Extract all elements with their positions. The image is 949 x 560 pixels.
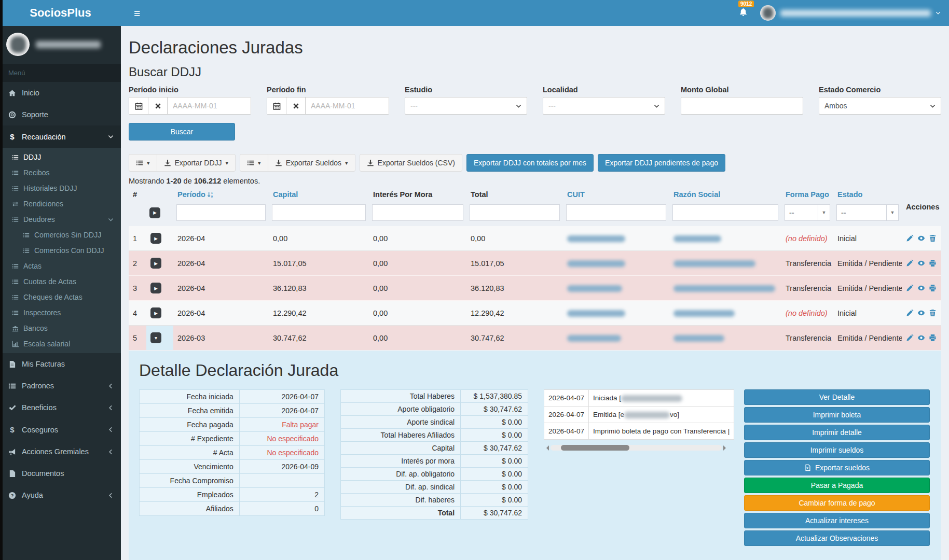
filter-cuit-input[interactable]	[566, 204, 666, 221]
sidebar-item-acciones-gremiales[interactable]: Acciones Gremiales	[0, 441, 121, 463]
calendar-icon-button[interactable]	[267, 97, 286, 114]
expand-row-button[interactable]: ▶	[150, 258, 161, 269]
detail-label: Fecha Compromiso	[140, 474, 240, 488]
exportar-sueldos-csv-button[interactable]: Exportar Sueldos (CSV)	[360, 154, 462, 172]
sidebar-item-beneficios[interactable]: Beneficios	[0, 397, 121, 418]
edit-icon[interactable]	[906, 234, 914, 242]
sidebar-item-documentos[interactable]: Documentos	[0, 463, 121, 484]
sidebar-item-padrones[interactable]: Padrones	[0, 375, 121, 397]
edit-icon[interactable]	[906, 284, 914, 292]
cambiar-forma-pago-button[interactable]: Cambiar forma de pago	[744, 495, 930, 511]
user-menu[interactable]	[760, 5, 941, 21]
sidebar-item-inicio[interactable]: Inicio	[0, 82, 121, 104]
imprimir-sueldos-button[interactable]: Imprimir sueldos	[744, 442, 930, 458]
exportar-pendientes-button[interactable]: Exportar DDJJ pendientes de pago	[598, 154, 725, 172]
exportar-sueldos-detalle-button[interactable]: Exportar sueldos	[744, 460, 930, 475]
view-icon[interactable]	[917, 234, 925, 242]
expand-row-button[interactable]: ▶	[150, 307, 161, 318]
sidebar-item-historiales-ddjj[interactable]: Historiales DDJJ	[0, 180, 121, 196]
calendar-icon-button[interactable]	[129, 97, 148, 114]
view-icon[interactable]	[917, 334, 925, 342]
actualizar-intereses-button[interactable]: Actualizar intereses	[744, 513, 930, 528]
sidebar-item-cheques-de-actas[interactable]: Cheques de Actas	[0, 289, 121, 305]
notifications-button[interactable]: 9012	[737, 5, 750, 21]
sidebar-item-mis-facturas[interactable]: Mis Facturas	[0, 353, 121, 375]
exportar-totales-mes-button[interactable]: Exportar DDJJ con totales por mes	[466, 154, 594, 172]
edit-icon[interactable]	[906, 309, 914, 317]
delete-icon[interactable]	[929, 234, 937, 242]
ver-detalle-button[interactable]: Ver Detalle	[744, 389, 930, 405]
imprimir-detalle-button[interactable]: Imprimir detalle	[744, 425, 930, 440]
filter-periodo-input[interactable]	[176, 204, 266, 221]
app-logo[interactable]: SociosPlus	[0, 0, 121, 26]
filter-forma-select[interactable]: --▼	[785, 204, 830, 221]
expand-all-button[interactable]: ▶	[149, 207, 160, 218]
columns-menu-button[interactable]: ▾	[129, 154, 157, 172]
col-header-cuit[interactable]: CUIT	[563, 187, 669, 202]
sidebar-item-ayuda[interactable]: Ayuda	[0, 484, 121, 506]
col-header-forma[interactable]: Forma Pago	[781, 187, 833, 202]
sidebar-item-recaudacion[interactable]: $ Recaudación	[0, 125, 121, 148]
periodo-inicio-input[interactable]	[168, 97, 251, 114]
scroll-right-arrow[interactable]	[723, 445, 728, 451]
cell-forma: (no definido)	[781, 301, 833, 326]
sidebar-item-actas[interactable]: Actas	[0, 258, 121, 274]
estudio-select[interactable]: ---	[405, 97, 527, 115]
view-icon[interactable]	[917, 259, 925, 267]
sidebar-item-soporte[interactable]: Soporte	[0, 104, 121, 125]
col-header-capital[interactable]: Capital	[269, 187, 369, 202]
exportar-sueldos-button[interactable]: Exportar Sueldos ▾	[268, 154, 355, 172]
filter-total-input[interactable]	[470, 204, 560, 221]
clear-date-button[interactable]	[286, 97, 306, 114]
detail-panel: Detalle Declaración Jurada Fecha iniciad…	[129, 351, 941, 560]
pasar-a-pagada-button[interactable]: Pasar a Pagada	[744, 478, 930, 493]
edit-icon[interactable]	[906, 334, 914, 342]
chevron-down-icon	[516, 103, 521, 109]
edit-icon[interactable]	[906, 259, 914, 267]
view-icon[interactable]	[917, 284, 925, 292]
sidebar-item-bancos[interactable]: Bancos	[0, 320, 121, 336]
print-icon[interactable]	[929, 334, 937, 342]
scrollbar-track[interactable]	[551, 445, 722, 451]
clear-date-button[interactable]	[148, 97, 168, 114]
sidebar-item-comercios-sin-ddjj[interactable]: Comercios Sin DDJJ	[0, 227, 121, 243]
buscar-button[interactable]: Buscar	[129, 123, 235, 141]
sidebar-item-inspectores[interactable]: Inspectores	[0, 305, 121, 320]
sidebar-item-rendiciones[interactable]: Rendiciones	[0, 196, 121, 212]
imprimir-boleta-button[interactable]: Imprimir boleta	[744, 407, 930, 423]
expand-row-button[interactable]: ▶	[150, 283, 161, 293]
localidad-select[interactable]: ---	[543, 97, 665, 115]
sidebar-item-ddjj[interactable]: DDJJ	[0, 149, 121, 165]
sidebar-item-label: Rendiciones	[23, 200, 63, 208]
monto-global-input[interactable]	[681, 97, 803, 115]
sidebar-item-comercios-con-ddjj[interactable]: Comercios Con DDJJ	[0, 243, 121, 258]
sidebar-toggle-icon[interactable]: ≡	[129, 8, 145, 19]
columns-menu-button[interactable]: ▾	[240, 154, 268, 172]
print-icon[interactable]	[929, 284, 937, 292]
col-header-periodo[interactable]: Período	[173, 187, 269, 202]
col-header-estado[interactable]: Estado	[833, 187, 902, 202]
filter-capital-input[interactable]	[272, 204, 366, 221]
actualizar-observaciones-button[interactable]: Actualizar Observaciones	[744, 530, 930, 546]
print-icon[interactable]	[929, 259, 937, 267]
scrollbar-thumb[interactable]	[561, 445, 629, 451]
estado-comercio-select[interactable]: Ambos	[819, 97, 941, 115]
delete-icon[interactable]	[929, 309, 937, 317]
filter-estado-select[interactable]: --▼	[836, 204, 899, 221]
exportar-ddjj-button[interactable]: Exportar DDJJ ▾	[157, 154, 236, 172]
col-header-razon[interactable]: Razón Social	[669, 187, 781, 202]
table-row: 3 ▶ 2026-04 36.120,83 0,00 36.120,83 Tra…	[129, 276, 941, 301]
sidebar-item-cuotas-de-actas[interactable]: Cuotas de Actas	[0, 274, 121, 289]
sidebar-item-deudores[interactable]: Deudores	[0, 212, 121, 227]
filter-razon-input[interactable]	[672, 204, 778, 221]
caret-down-icon: ▾	[147, 160, 150, 166]
collapse-row-button[interactable]: ▼	[150, 332, 161, 343]
periodo-fin-input[interactable]	[306, 97, 389, 114]
view-icon[interactable]	[917, 309, 925, 317]
filter-interes-input[interactable]	[372, 204, 463, 221]
sidebar-item-coseguros[interactable]: $ Coseguros	[0, 418, 121, 441]
scroll-left-arrow[interactable]	[544, 445, 549, 451]
sidebar-item-recibos[interactable]: Recibos	[0, 165, 121, 180]
sidebar-item-escala-salarial[interactable]: Escala salarial	[0, 336, 121, 352]
expand-row-button[interactable]: ▶	[150, 233, 161, 244]
